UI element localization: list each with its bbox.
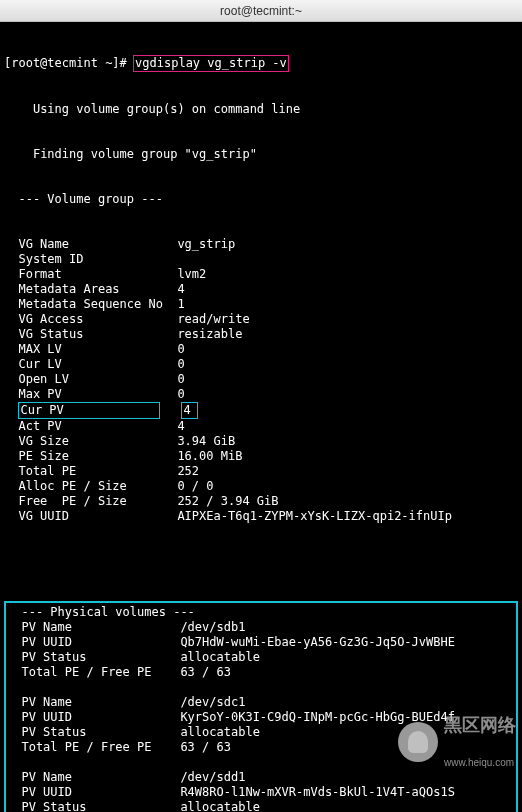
- pv-row: Total PE / Free PE 63 / 63: [7, 740, 515, 755]
- pv-row: PV Status allocatable: [7, 800, 515, 812]
- vg-row: Format lvm2: [4, 267, 518, 282]
- msg-line: Using volume group(s) on command line: [4, 102, 518, 117]
- pv-row: PV UUID R4W8RO-l1Nw-mXVR-mVds-BkUl-1V4T-…: [7, 785, 515, 800]
- vg-row: Cur LV 0: [4, 357, 518, 372]
- vg-row: Metadata Areas 4: [4, 282, 518, 297]
- vg-row: VG UUID AIPXEa-T6q1-ZYPM-xYsK-LIZX-qpi2-…: [4, 509, 518, 524]
- vg-value: 4: [181, 402, 197, 419]
- vg-row: Open LV 0: [4, 372, 518, 387]
- msg-using: Using volume group(s) on command line: [18, 102, 300, 116]
- physical-volumes-highlight: --- Physical volumes --- PV Name /dev/sd…: [4, 601, 518, 812]
- msg-finding: Finding volume group "vg_strip": [18, 147, 256, 161]
- pv-row: PV Name /dev/sdd1: [7, 770, 515, 785]
- vg-label: Cur PV: [18, 402, 159, 419]
- prompt: [root@tecmint ~]#: [4, 56, 127, 70]
- window-titlebar: root@tecmint:~: [0, 0, 522, 22]
- vg-row: VG Access read/write: [4, 312, 518, 327]
- pv-row: PV Status allocatable: [7, 725, 515, 740]
- msg-line: Finding volume group "vg_strip": [4, 147, 518, 162]
- vg-row: System ID: [4, 252, 518, 267]
- vg-row: VG Status resizable: [4, 327, 518, 342]
- command-highlight: vgdisplay vg_strip -v: [133, 55, 289, 72]
- vg-row: MAX LV 0: [4, 342, 518, 357]
- vg-row: Free PE / Size 252 / 3.94 GiB: [4, 494, 518, 509]
- blank-line: [7, 680, 515, 695]
- vg-row-curpv: Cur PV 4: [4, 402, 518, 419]
- pv-header: --- Physical volumes ---: [7, 605, 515, 620]
- terminal-area[interactable]: [root@tecmint ~]# vgdisplay vg_strip -v …: [0, 22, 522, 812]
- vg-row: Total PE 252: [4, 464, 518, 479]
- command-line: [root@tecmint ~]# vgdisplay vg_strip -v: [4, 55, 518, 72]
- vg-row: Alloc PE / Size 0 / 0: [4, 479, 518, 494]
- pv-row: PV UUID Qb7HdW-wuMi-Ebae-yA56-Gz3G-Jq5O-…: [7, 635, 515, 650]
- vg-row: Metadata Sequence No 1: [4, 297, 518, 312]
- pv-row: PV Name /dev/sdb1: [7, 620, 515, 635]
- pv-row: Total PE / Free PE 63 / 63: [7, 665, 515, 680]
- vg-row: Max PV 0: [4, 387, 518, 402]
- blank-line: [7, 755, 515, 770]
- vg-row: VG Name vg_strip: [4, 237, 518, 252]
- vg-row: Act PV 4: [4, 419, 518, 434]
- pv-row: PV Name /dev/sdc1: [7, 695, 515, 710]
- pv-row: PV UUID KyrSoY-0K3I-C9dQ-INpM-pcGc-HbGg-…: [7, 710, 515, 725]
- vg-row: PE Size 16.00 MiB: [4, 449, 518, 464]
- vg-row: VG Size 3.94 GiB: [4, 434, 518, 449]
- vg-header: --- Volume group ---: [4, 192, 518, 207]
- pv-row: PV Status allocatable: [7, 650, 515, 665]
